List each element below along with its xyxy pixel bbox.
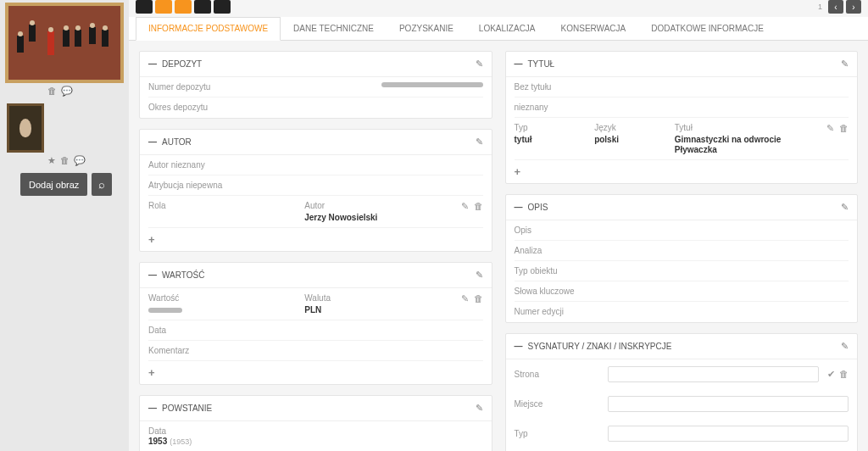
tab-info[interactable]: INFORMACJE PODSTAWOWE	[136, 17, 281, 41]
miejsce-input[interactable]	[608, 396, 849, 412]
typ-label: Typ	[515, 123, 587, 132]
panel-title: POWSTANIE	[162, 404, 212, 413]
tytul-value: Gimnastyczki na odwrocie Pływaczka	[675, 135, 782, 154]
data-label: Data	[148, 426, 192, 436]
page-indicator: 1	[818, 3, 822, 11]
sidebar: 🗑 💬 ★ 🗑 💬 Dodaj obraz ⌕	[0, 0, 129, 451]
pencil-icon[interactable]: ✎	[841, 341, 849, 352]
pencil-icon[interactable]: ✎	[476, 270, 483, 281]
wartosc-value	[148, 308, 182, 313]
pencil-icon[interactable]: ✎	[841, 58, 849, 70]
trash-icon[interactable]: 🗑	[47, 86, 57, 97]
secondary-thumbnail[interactable]: ★ 🗑 💬	[0, 103, 129, 166]
typ-obiektu-label: Typ obiektu	[515, 266, 849, 276]
slowa-label: Słowa kluczowe	[515, 287, 849, 296]
collapse-icon[interactable]: —	[148, 59, 157, 69]
collapse-icon[interactable]: —	[515, 342, 523, 351]
panel-title: OPIS	[528, 203, 548, 212]
numer-edycji-label: Numer edycji	[515, 307, 849, 316]
trash-icon[interactable]: 🗑	[474, 293, 483, 304]
typ-label: Typ	[515, 429, 599, 438]
prev-page-button[interactable]: ‹	[828, 0, 843, 14]
numer-depozytu-label: Numer depozytu	[148, 82, 381, 92]
tabs: INFORMACJE PODSTAWOWE DANE TECHNICZNE PO…	[129, 17, 868, 41]
autor-name: Jerzy Nowosielski	[304, 213, 377, 222]
main-thumbnail[interactable]: 🗑 💬	[0, 3, 129, 97]
komentarz-label: Komentarz	[148, 346, 483, 355]
tool-btn-3[interactable]	[175, 0, 192, 14]
main-area: 1 ‹ › INFORMACJE PODSTAWOWE DANE TECHNIC…	[129, 0, 868, 451]
comment-icon[interactable]: 💬	[61, 86, 73, 97]
waluta-value: PLN	[304, 305, 321, 315]
check-icon[interactable]: ✔	[827, 369, 835, 380]
panel-title: SYGNATURY / ZNAKI / INSKRYPCJE	[528, 342, 672, 351]
top-toolbar: 1 ‹ ›	[129, 0, 868, 17]
tab-extra[interactable]: DODATKOWE INFORMACJE	[638, 17, 776, 40]
autor-label: Autor	[304, 201, 452, 210]
trash-icon[interactable]: 🗑	[839, 369, 849, 380]
pencil-icon[interactable]: ✎	[461, 293, 469, 304]
panel-depozyt: — DEPOZYT ✎ Numer depozytu Okres depozyt…	[139, 51, 492, 119]
trash-icon[interactable]: 🗑	[474, 201, 483, 212]
pencil-icon[interactable]: ✎	[841, 202, 849, 213]
add-value-button[interactable]: +	[148, 361, 483, 384]
add-title-button[interactable]: +	[515, 160, 849, 183]
collapse-icon[interactable]: —	[515, 203, 523, 212]
tool-btn-5[interactable]	[214, 0, 231, 14]
trash-icon[interactable]: 🗑	[839, 123, 849, 134]
numer-depozytu-value	[381, 82, 483, 87]
trash-icon[interactable]: 🗑	[60, 155, 70, 166]
pencil-icon[interactable]: ✎	[461, 201, 469, 212]
bez-tytulu-label: Bez tytułu	[515, 82, 849, 92]
collapse-icon[interactable]: —	[148, 137, 157, 147]
panel-autor: — AUTOR ✎ Autor nieznany Atrybucja niepe…	[139, 129, 492, 252]
tab-tech[interactable]: DANE TECHNICZNE	[281, 17, 387, 40]
strona-label: Strona	[515, 370, 599, 379]
collapse-icon[interactable]: —	[148, 404, 157, 413]
analiza-label: Analiza	[515, 246, 849, 255]
panel-sygnatury: — SYGNATURY / ZNAKI / INSKRYPCJE ✎ Stron…	[505, 333, 859, 451]
tab-cons[interactable]: KONSERWACJA	[548, 17, 639, 40]
comment-icon[interactable]: 💬	[74, 155, 86, 166]
tool-btn-4[interactable]	[194, 0, 211, 14]
wartosc-label: Wartość	[148, 293, 296, 303]
tool-btn-1[interactable]	[136, 0, 153, 14]
strona-input[interactable]	[608, 366, 820, 382]
pencil-icon[interactable]: ✎	[476, 58, 483, 70]
search-button[interactable]: ⌕	[92, 173, 112, 196]
panel-wartosc: — WARTOŚĆ ✎ Wartość Waluta PLN	[139, 262, 492, 385]
collapse-icon[interactable]: —	[515, 59, 523, 69]
okres-depozytu-label: Okres depozytu	[148, 103, 483, 112]
add-image-button[interactable]: Dodaj obraz	[20, 173, 87, 196]
nieznany: nieznany	[515, 103, 849, 112]
add-author-button[interactable]: +	[148, 228, 483, 251]
pencil-icon[interactable]: ✎	[476, 403, 483, 414]
rok-sub: (1953)	[170, 437, 192, 446]
panel-title: DEPOZYT	[162, 59, 202, 69]
typ-input[interactable]	[608, 426, 849, 442]
jezyk-label: Język	[594, 123, 666, 132]
tab-acq[interactable]: POZYSKANIE	[387, 17, 466, 40]
miejsce-label: Miejsce	[515, 399, 599, 409]
tool-btn-2[interactable]	[155, 0, 172, 14]
pencil-icon[interactable]: ✎	[826, 123, 834, 134]
collapse-icon[interactable]: —	[148, 270, 157, 280]
panel-opis: — OPIS ✎ Opis Analiza Typ obiektu Słowa …	[505, 194, 859, 323]
typ-value: tytuł	[515, 135, 532, 144]
rola-label: Rola	[148, 201, 296, 210]
panel-tytul: — TYTUŁ ✎ Bez tytułu nieznany Typ tytuł	[505, 51, 859, 184]
rok-value: 1953	[148, 437, 167, 446]
panel-title: TYTUŁ	[528, 59, 555, 69]
data-label: Data	[148, 326, 483, 335]
jezyk-value: polski	[594, 135, 619, 144]
tab-loc[interactable]: LOKALIZACJA	[466, 17, 548, 40]
panel-title: AUTOR	[162, 137, 192, 147]
waluta-label: Waluta	[304, 293, 452, 303]
star-icon[interactable]: ★	[47, 155, 56, 166]
opis-label: Opis	[515, 226, 849, 235]
tytul-label: Tytuł	[675, 123, 818, 132]
autor-nieznany: Autor nieznany	[148, 160, 483, 170]
panel-title: WARTOŚĆ	[162, 270, 204, 280]
next-page-button[interactable]: ›	[846, 0, 861, 14]
pencil-icon[interactable]: ✎	[476, 136, 483, 148]
